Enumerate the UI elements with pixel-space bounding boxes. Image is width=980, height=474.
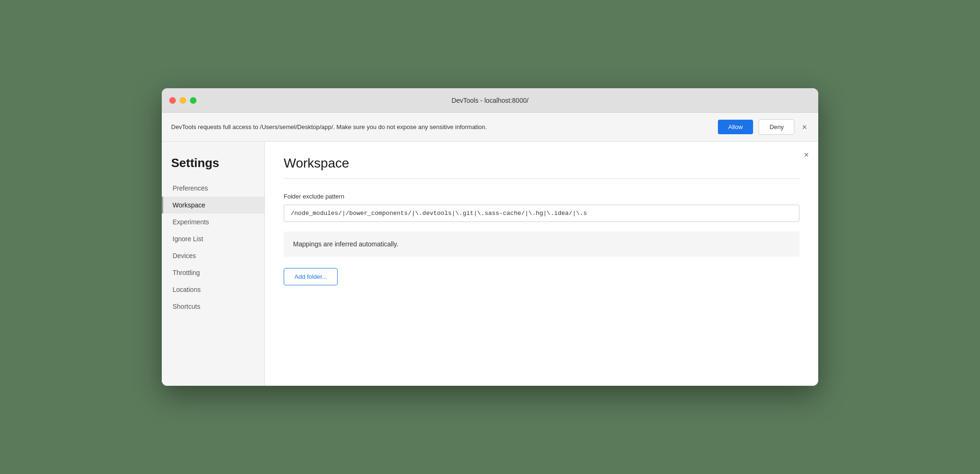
devtools-window: DevTools - localhost:8000/ DevTools requ…: [162, 88, 818, 386]
minimize-button[interactable]: [180, 97, 186, 104]
sidebar-item-devices[interactable]: Devices: [162, 247, 264, 264]
sidebar-item-experiments[interactable]: Experiments: [162, 214, 264, 230]
window-title: DevTools - localhost:8000/: [452, 97, 528, 104]
folder-exclude-input[interactable]: [284, 205, 799, 222]
sidebar-item-preferences[interactable]: Preferences: [162, 180, 264, 197]
sidebar-heading: Settings: [162, 156, 264, 180]
info-message: Mappings are inferred automatically.: [293, 240, 399, 248]
notification-text: DevTools requests full access to /Users/…: [171, 123, 712, 130]
info-box: Mappings are inferred automatically.: [284, 231, 799, 257]
panel-close-icon: ×: [804, 150, 809, 160]
sidebar-item-shortcuts[interactable]: Shortcuts: [162, 298, 264, 315]
sidebar: Settings Preferences Workspace Experimen…: [162, 142, 265, 386]
close-button[interactable]: [169, 97, 176, 104]
notification-bar: DevTools requests full access to /Users/…: [162, 113, 818, 142]
traffic-lights: [169, 97, 196, 104]
folder-exclude-label: Folder exclude pattern: [284, 193, 799, 200]
panel-divider: [284, 178, 799, 179]
workspace-panel: × Workspace Folder exclude pattern Mappi…: [265, 142, 818, 386]
titlebar: DevTools - localhost:8000/: [162, 88, 818, 113]
allow-button[interactable]: Allow: [718, 120, 753, 134]
sidebar-item-ignore-list[interactable]: Ignore List: [162, 230, 264, 247]
main-content: Settings Preferences Workspace Experimen…: [162, 142, 818, 386]
add-folder-button[interactable]: Add folder...: [284, 268, 338, 285]
panel-title: Workspace: [284, 156, 799, 171]
notification-close-icon: ×: [802, 122, 807, 132]
sidebar-item-workspace[interactable]: Workspace: [162, 197, 264, 214]
panel-close-button[interactable]: ×: [804, 150, 809, 160]
sidebar-item-locations[interactable]: Locations: [162, 281, 264, 298]
sidebar-item-throttling[interactable]: Throttling: [162, 264, 264, 281]
deny-button[interactable]: Deny: [759, 119, 794, 135]
maximize-button[interactable]: [190, 97, 196, 104]
notification-close-button[interactable]: ×: [800, 123, 809, 131]
